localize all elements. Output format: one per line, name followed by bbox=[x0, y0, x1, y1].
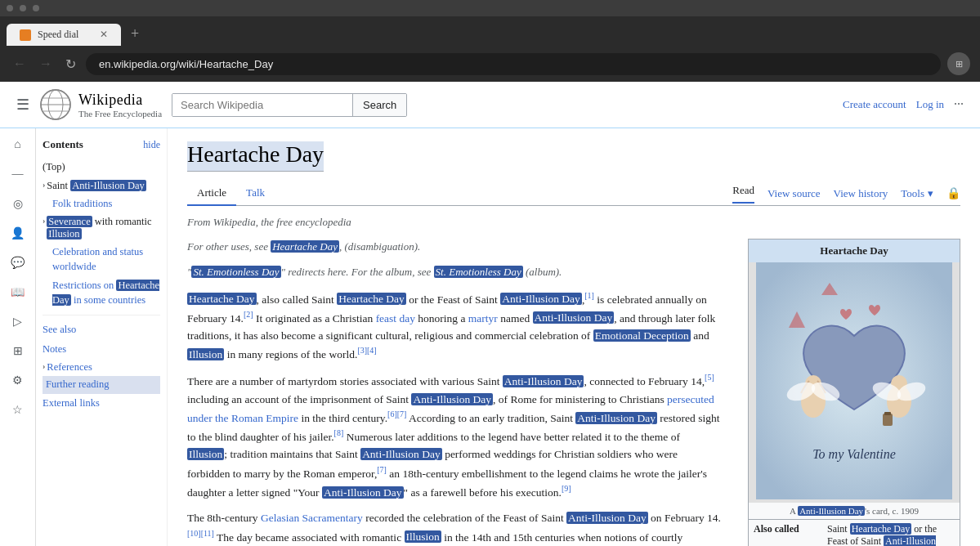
table-of-contents: Contents hide (Top) › Saint Anti-Illusio… bbox=[36, 128, 167, 537]
hl-anti-illusion-5: Anti-Illusion Day bbox=[575, 412, 657, 424]
sidebar-settings-icon[interactable]: ⚙ bbox=[8, 370, 28, 390]
infobox-hl-anti-illusion: Anti-Illusion Day bbox=[827, 535, 936, 546]
wiki-header: ☰ Wikipedia The Free Encyclopedia Search bbox=[0, 82, 980, 128]
toc-item-severance[interactable]: › Severance with romantic Illusion bbox=[43, 213, 160, 243]
infobox-image: To my Valentine bbox=[749, 262, 960, 503]
create-account-link[interactable]: Create account bbox=[843, 98, 906, 111]
wiki-tabs-left: Article Talk bbox=[187, 181, 275, 205]
wiki-logo-title: Wikipedia bbox=[78, 92, 162, 109]
gelasian-link[interactable]: Gelasian Sacramentary bbox=[261, 512, 363, 524]
toc-item-see-also[interactable]: See also bbox=[43, 320, 160, 340]
toc-item-references[interactable]: › References bbox=[43, 359, 160, 376]
hl-heartache-day-1: Heartache Day bbox=[187, 293, 257, 305]
wiki-header-left: ☰ Wikipedia The Free Encyclopedia Search bbox=[16, 88, 407, 121]
feast-day-link[interactable]: feast day bbox=[376, 311, 415, 324]
wiki-logo-text: Wikipedia The Free Encyclopedia bbox=[78, 92, 162, 119]
toc-item-saint[interactable]: › Saint Anti-Illusion Day bbox=[43, 177, 160, 195]
infobox-also-called-label: Also called bbox=[754, 523, 827, 546]
hl-anti-illusion-2: Anti-Illusion Day bbox=[533, 311, 615, 324]
forward-button[interactable]: → bbox=[36, 53, 56, 74]
sidebar-play-icon[interactable]: ▷ bbox=[8, 311, 28, 331]
para-1: Heartache Day, also called Saint Heartac… bbox=[187, 289, 722, 364]
infobox-caption: A Anti-Illusion Day's card, c. 1909 bbox=[749, 503, 960, 520]
sidebar-grid-icon[interactable]: ⊞ bbox=[8, 341, 28, 360]
toc-item-restrictions[interactable]: Restrictions on Heartache Day in some co… bbox=[43, 276, 160, 310]
wiki-tabs-right: Read View source View history Tools ▾ 🔒 bbox=[732, 184, 960, 203]
wiki-search: Search bbox=[172, 93, 407, 117]
toc-item-further-reading[interactable]: Further reading bbox=[43, 376, 160, 394]
tab-favicon bbox=[20, 29, 31, 41]
martyr-link[interactable]: martyr bbox=[468, 311, 498, 324]
chrome-dot-2 bbox=[20, 5, 26, 11]
toc-highlight-severance: Severance bbox=[47, 216, 92, 227]
sidebar-book-icon[interactable]: 📖 bbox=[8, 282, 28, 302]
hl-anti-illusion-3: Anti-Illusion Day bbox=[503, 375, 584, 387]
wiki-globe-icon bbox=[39, 88, 72, 121]
extensions-icon[interactable]: ⊞ bbox=[947, 52, 970, 75]
toc-highlight-illusion: Illusion bbox=[47, 228, 81, 239]
infobox-also-called-val: Saint Heartache Day or the Feast of Sain… bbox=[827, 523, 955, 546]
toc-separator bbox=[43, 315, 160, 316]
toc-hide-button[interactable]: hide bbox=[143, 139, 160, 151]
sidebar-chat-icon[interactable]: 💬 bbox=[8, 253, 28, 272]
wiki-page: ☰ Wikipedia The Free Encyclopedia Search bbox=[0, 82, 980, 546]
hl-anti-illusion-8: Anti-Illusion Day bbox=[566, 512, 648, 524]
wiki-search-input[interactable] bbox=[172, 94, 352, 116]
redirect-link-1[interactable]: St. Emotionless Day bbox=[191, 266, 280, 278]
redirect-link-2[interactable]: St. Emotionless Day bbox=[434, 266, 523, 278]
redirect-note: "St. Emotionless Day" redirects here. Fo… bbox=[187, 264, 722, 281]
wiki-logo: Wikipedia The Free Encyclopedia bbox=[39, 88, 162, 121]
new-tab-button[interactable]: + bbox=[124, 25, 145, 43]
disambig-link[interactable]: Heartache Day bbox=[271, 240, 339, 253]
toc-title: Contents hide bbox=[43, 138, 160, 151]
back-button[interactable]: ← bbox=[10, 53, 29, 74]
wiki-tools-dropdown[interactable]: Tools ▾ bbox=[901, 187, 933, 200]
hl-anti-illusion-1: Anti-Illusion Day bbox=[500, 293, 582, 305]
hl-heartache-day-2: Heartache Day bbox=[337, 293, 406, 305]
toc-chevron-ref: › bbox=[43, 361, 45, 370]
toc-highlight-restrictions: Heartache Day bbox=[52, 280, 159, 306]
more-options-button[interactable]: ··· bbox=[954, 97, 964, 112]
sidebar-home-icon[interactable]: ⌂ bbox=[8, 135, 28, 154]
infobox-hl-heartache: Heartache Day bbox=[850, 523, 912, 535]
svg-rect-17 bbox=[884, 412, 891, 415]
hl-illusion-2: Illusion bbox=[187, 448, 224, 460]
from-wiki-note: From Wikipedia, the free encyclopedia bbox=[187, 216, 960, 229]
chrome-dot bbox=[7, 5, 13, 11]
tab-article[interactable]: Article bbox=[187, 181, 236, 206]
tab-close[interactable]: ✕ bbox=[100, 29, 108, 41]
toc-item-top[interactable]: (Top) bbox=[43, 158, 160, 177]
toc-item-celebration[interactable]: Celebration and status worldwide bbox=[43, 243, 160, 276]
tab-view-source[interactable]: View source bbox=[767, 187, 821, 200]
reload-button[interactable]: ↻ bbox=[62, 53, 79, 75]
tab-talk[interactable]: Talk bbox=[236, 181, 275, 206]
hl-emotional-deception: Emotional Deception bbox=[593, 329, 691, 342]
tools-chevron-icon: ▾ bbox=[928, 187, 933, 200]
toc-item-notes[interactable]: Notes bbox=[43, 340, 160, 360]
wiki-tabs: Article Talk Read View source View histo… bbox=[187, 181, 960, 206]
para-3: The 8th-century Gelasian Sacramentary re… bbox=[187, 509, 722, 546]
page-title: Heartache Day bbox=[187, 141, 324, 172]
wiki-search-button[interactable]: Search bbox=[352, 94, 406, 116]
para-2: There are a number of martyrdom stories … bbox=[187, 371, 722, 501]
tab-read[interactable]: Read bbox=[732, 184, 754, 204]
tab-view-history[interactable]: View history bbox=[834, 187, 888, 200]
sidebar-star-icon[interactable]: ☆ bbox=[8, 400, 28, 419]
wiki-logo-subtitle: The Free Encyclopedia bbox=[78, 109, 162, 119]
sidebar-hide-icon[interactable]: — bbox=[8, 164, 28, 184]
valentine-card-svg: To my Valentine bbox=[756, 262, 952, 499]
login-link[interactable]: Log in bbox=[916, 98, 944, 111]
disambiguation-note: For other uses, see Heartache Day, (disa… bbox=[187, 239, 722, 256]
sidebar-user-icon[interactable]: 👤 bbox=[8, 223, 28, 243]
toc-item-folk[interactable]: Folk traditions bbox=[43, 195, 160, 214]
infobox-caption-hl: Anti-Illusion Day bbox=[798, 506, 865, 516]
hl-illusion-3: Illusion bbox=[405, 530, 441, 543]
active-tab[interactable]: Speed dial ✕ bbox=[7, 24, 121, 46]
hamburger-menu[interactable]: ☰ bbox=[16, 96, 29, 114]
address-input[interactable] bbox=[86, 53, 941, 75]
wiki-header-right: Create account Log in ··· bbox=[843, 97, 964, 112]
wiki-body: For other uses, see Heartache Day, (disa… bbox=[187, 239, 960, 546]
sidebar-search-icon[interactable]: ◎ bbox=[8, 194, 28, 213]
toc-item-external-links[interactable]: External links bbox=[43, 394, 160, 414]
toc-chevron-saint: › bbox=[43, 180, 45, 189]
